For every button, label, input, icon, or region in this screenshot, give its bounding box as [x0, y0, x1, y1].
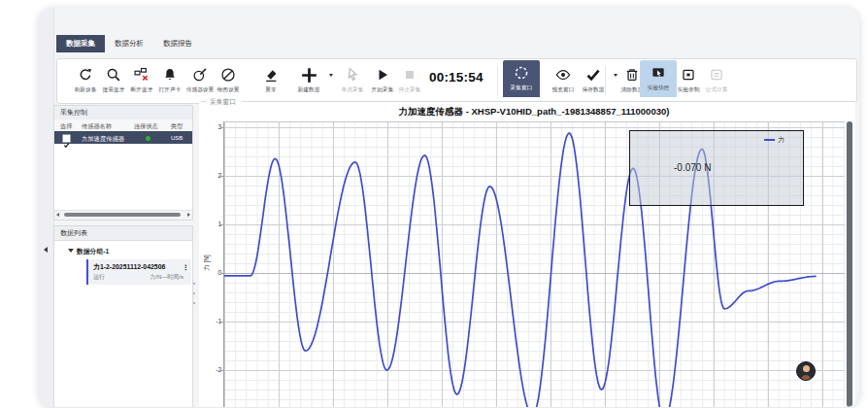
sensor-checkbox[interactable] — [62, 134, 71, 143]
readout-value: -0.070 N — [674, 162, 711, 173]
toolbar-label: 实验录制 — [678, 85, 700, 94]
col-sensor-name: 传感器名称 — [82, 122, 112, 131]
new-data-button[interactable]: 新建数据 — [289, 62, 328, 100]
bell-icon — [162, 65, 178, 85]
scrollbar-thumb[interactable] — [64, 213, 181, 217]
panel-splitter[interactable] — [192, 283, 196, 304]
tab-data-analysis[interactable]: 数据分析 — [105, 35, 153, 52]
left-collapse-strip — [39, 8, 54, 407]
y-tick-mark — [220, 127, 224, 128]
scroll-left-icon[interactable] — [56, 213, 59, 217]
data-group-row[interactable]: 数据分组-1 — [68, 247, 109, 256]
y-tick-mark — [220, 370, 224, 371]
eraser-icon — [263, 65, 279, 85]
collect-control-title: 采集控制 — [54, 106, 192, 120]
col-type: 类型 — [171, 122, 183, 131]
data-item-title: 力1-2-20251112-042506 — [93, 262, 165, 272]
snapshot-icon — [651, 63, 666, 83]
data-group-label: 数据分组-1 — [77, 248, 109, 255]
toolbar-label: 置零 — [265, 85, 276, 94]
horizontal-scrollbar[interactable] — [54, 210, 192, 220]
scroll-right-icon[interactable] — [187, 213, 190, 217]
plot-settings-button[interactable]: 绘图设置 — [209, 62, 248, 100]
toolbar-label: 采集窗口 — [511, 84, 533, 92]
record-icon — [681, 65, 696, 85]
legend-label: 力 — [778, 135, 785, 145]
collect-control-panel: 采集控制 选择 传感器名称 连接状态 类型 力加速度传感器 USB — [53, 105, 193, 221]
plus-icon — [301, 65, 317, 85]
plot-settings-icon — [220, 65, 236, 85]
data-item-axes: 力/N—时间/s — [150, 273, 184, 282]
scrollbar-thumb[interactable] — [847, 121, 852, 407]
toolbar-label: 保存数据 — [583, 85, 605, 94]
dashed-circle-icon — [514, 63, 529, 83]
toolbar-label: 打开声卡 — [159, 85, 182, 94]
chart-title: 力加速度传感器 - XHSP-V10HID_path_-1981348857_1… — [223, 106, 845, 119]
zero-button[interactable]: 置零 — [251, 62, 290, 100]
y-tick-mark — [220, 322, 224, 323]
toolbar-label: 搜索蓝牙 — [103, 85, 125, 94]
toolbar-label: 绘图设置 — [217, 85, 240, 94]
main-tab-bar: 数据采集 数据分析 数据报告 — [56, 35, 202, 52]
assistant-avatar-button[interactable] — [796, 361, 816, 381]
trash-icon — [624, 65, 640, 85]
col-connect-status: 连接状态 — [134, 122, 158, 131]
avatar-body — [801, 375, 811, 381]
refresh-icon — [78, 65, 93, 85]
status-dot — [146, 136, 150, 141]
timer-display: 00:15:54 — [429, 70, 489, 85]
data-list-title: 数据列表 — [54, 226, 192, 241]
hand-pointer-icon — [345, 65, 360, 85]
save-data-button[interactable]: 保存数据 — [574, 62, 613, 100]
toolbar-label: 刷新设备 — [75, 85, 97, 94]
toolbar-label: 停止采集 — [399, 85, 421, 94]
toolbar-separator — [605, 66, 606, 96]
data-list-item[interactable]: 力1-2-20251112-042506 运行 力/N—时间/s ⋮ — [86, 259, 191, 285]
toolbar-label: 单点采集 — [342, 85, 364, 94]
data-item-status: 运行 — [93, 273, 105, 282]
toolbar-label: 实验快照 — [648, 84, 670, 92]
play-icon — [375, 65, 390, 85]
eye-icon — [555, 65, 571, 85]
item-menu-icon[interactable]: ⋮ — [183, 263, 190, 272]
toolbar-label: 断开蓝牙 — [131, 85, 153, 94]
disconnect-icon — [134, 65, 150, 85]
groupbox-line — [201, 101, 206, 102]
y-tick-mark — [220, 176, 224, 177]
chart-panel: 采集窗口 力加速度传感器 - XHSP-V10HID_path_-1981348… — [199, 97, 855, 407]
avatar-face — [803, 365, 810, 372]
app-window: 数据采集 数据分析 数据报告 刷新设备 搜索蓝牙 断开蓝牙 打开声卡 — [39, 8, 859, 407]
sensor-type: USB — [171, 135, 183, 141]
plot-area[interactable]: 力 [N] -0.070 N 力 3210-1-2 — [223, 121, 845, 407]
chevron-down-icon — [68, 249, 74, 253]
search-icon — [106, 65, 121, 85]
sensor-name: 力加速度传感器 — [82, 135, 124, 144]
sensor-settings-icon — [192, 65, 208, 85]
stop-collect-button[interactable]: 停止采集 — [390, 62, 429, 100]
chart-legend[interactable]: 力 — [764, 135, 785, 145]
checkmark-icon — [585, 65, 601, 85]
toolbar-label: 公式计算 — [706, 85, 728, 94]
toolbar-label: 预览窗口 — [552, 85, 575, 94]
tab-data-report[interactable]: 数据报告 — [153, 35, 202, 52]
y-tick-mark — [220, 273, 224, 274]
formula-icon — [709, 65, 724, 85]
y-tick-mark — [220, 224, 224, 225]
vertical-scrollbar[interactable] — [846, 121, 852, 407]
toolbar-label: 新建数据 — [298, 85, 320, 94]
formula-calc-button[interactable]: 公式计算 — [697, 62, 736, 100]
stop-icon — [402, 65, 417, 85]
sensor-table-row[interactable]: 力加速度传感器 USB — [54, 131, 192, 144]
groupbox-line — [242, 101, 855, 102]
toolbar-separator — [497, 66, 498, 96]
collapse-panel-arrow-icon[interactable] — [44, 247, 48, 253]
collect-window-button[interactable]: 采集窗口 — [503, 60, 540, 102]
col-select: 选择 — [60, 122, 72, 131]
data-list-panel: 数据列表 数据分组-1 力1-2-20251112-042506 运行 力/N—… — [53, 225, 193, 407]
legend-line-swatch — [764, 139, 775, 141]
tab-data-collection[interactable]: 数据采集 — [56, 35, 105, 52]
